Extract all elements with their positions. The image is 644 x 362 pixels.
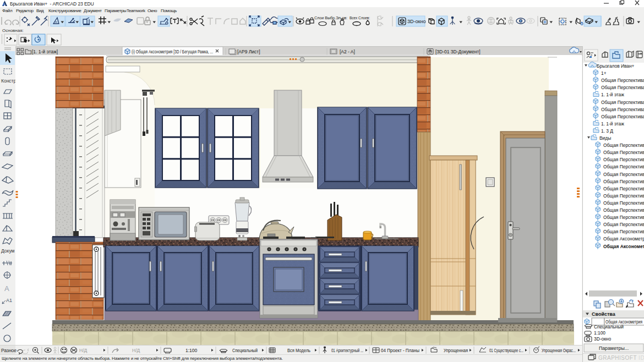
svg-text:01 Существующее с...: 01 Существующее с... (489, 348, 523, 353)
svg-text:Общая Перспектива: Общая Перспектива (601, 78, 644, 83)
svg-text:Общая Перспектива: Общая Перспектива (603, 200, 644, 206)
svg-text:Общая Перспектива: Общая Перспектива (603, 142, 644, 148)
svg-text:Общая Перспектива: Общая Перспектива (603, 186, 644, 191)
svg-text:Общая Перспектива: Общая Перспектива (601, 100, 644, 105)
svg-text:Общая Перспектива: Общая Перспектива (601, 85, 644, 90)
svg-text:1:100: 1:100 (185, 348, 198, 353)
svg-text:Параметры...: Параметры... (599, 345, 629, 351)
svg-text:Общая Перспектива: Общая Перспектива (603, 164, 644, 169)
svg-text:Брызгалов Иван+: Брызгалов Иван+ (597, 63, 635, 69)
svg-text:Докум: Докум (1, 248, 15, 254)
svg-text:Специальный: Специальный (232, 348, 258, 353)
svg-text:Н/Д: Н/Д (79, 348, 88, 353)
svg-text:Общая Перспектива: Общая Перспектива (603, 172, 644, 177)
svg-text:Общая Перспектива: Общая Перспектива (603, 157, 644, 162)
svg-text:Специальный: Специальный (594, 324, 624, 330)
svg-text:3D-окно: 3D-окно (594, 336, 611, 342)
svg-text:[1. 1-й этаж]: [1. 1-й этаж] (32, 49, 58, 54)
svg-text:Всех Слоев:: Всех Слоев: (350, 15, 370, 20)
svg-text:GRAPHISOFT ID: GRAPHISOFT ID (598, 355, 644, 361)
svg-text:Н/Д: Н/Д (132, 348, 140, 353)
svg-text:Упрощенная Окрас...: Упрощенная Окрас... (542, 348, 576, 353)
svg-text:1. 1-й этаж: 1. 1-й этаж (601, 121, 624, 127)
svg-text:Общая Перспектива: Общая Перспектива (603, 215, 644, 220)
svg-text:1. 3 Д: 1. 3 Д (601, 128, 613, 134)
svg-text:Общая Перспектива: Общая Перспектива (603, 179, 644, 184)
svg-text:Общая Перспектива: Общая Перспектива (603, 207, 644, 213)
svg-text:A1: A1 (6, 298, 12, 303)
svg-text:Общая Перспектива: Общая Перспектива (603, 193, 644, 199)
svg-text:Общая Перспектива: Общая Перспектива (603, 229, 644, 234)
svg-text:(i) Общая Аксонометрия [3D / Б: (i) Общая Аксонометрия [3D / Бегущая Рам… (132, 49, 213, 54)
svg-text:01 Архитектурный ...: 01 Архитектурный ... (331, 348, 363, 353)
svg-text:Общая Перспектива: Общая Перспектива (601, 107, 644, 112)
svg-text:Общая Аксонометрия: Общая Аксонометрия (603, 244, 644, 249)
svg-text:1:100: 1:100 (594, 330, 605, 336)
svg-text:Общая Перспектива: Общая Перспектива (603, 222, 644, 227)
svg-text:[AP9 Лист]: [AP9 Лист] (237, 49, 260, 54)
svg-text:[A2 - A]: [A2 - A] (340, 49, 355, 54)
svg-text:[3D-01 3D-Документ]: [3D-01 3D-Документ] (435, 49, 481, 54)
svg-text:Вся Модель: Вся Модель (287, 348, 310, 353)
svg-text:3D-окно: 3D-окно (407, 19, 425, 24)
svg-text:1+: 1+ (601, 70, 607, 76)
svg-text:04 Проект - Планы: 04 Проект - Планы (381, 348, 419, 353)
svg-text:A: A (4, 284, 9, 293)
svg-text:Виды: Виды (599, 135, 611, 141)
svg-text:Констр: Констр (1, 78, 15, 84)
svg-text:Разное: Разное (1, 348, 17, 353)
svg-text:Общая Перспектива: Общая Перспектива (603, 150, 644, 155)
svg-text:Общая Перспектива: Общая Перспектива (601, 114, 644, 119)
svg-text:1. 1-й этаж: 1. 1-й этаж (601, 92, 624, 97)
svg-text:Общая Аксонометрия: Общая Аксонометрия (603, 236, 644, 242)
svg-text:Свойства: Свойства (592, 311, 616, 317)
svg-text:Упрощенная: Упрощенная (444, 348, 468, 353)
